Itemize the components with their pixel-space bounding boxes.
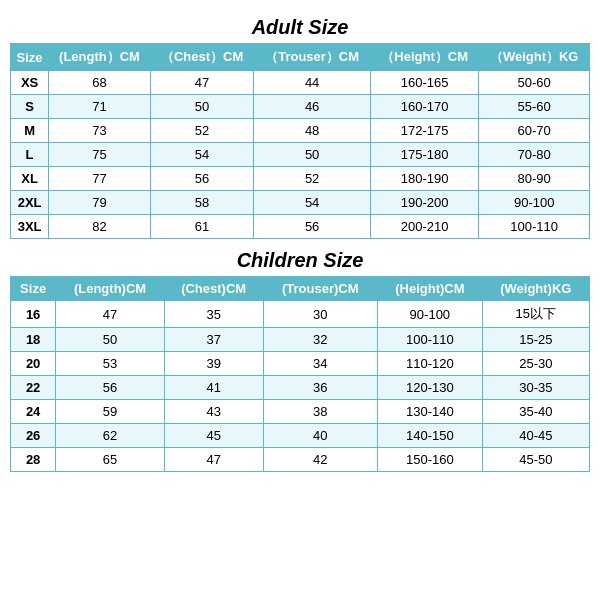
table-cell: 53 — [56, 352, 165, 376]
table-cell: 52 — [254, 167, 371, 191]
table-cell: 20 — [11, 352, 56, 376]
children-table-header: Size(Length)CM(Chest)CM(Trouser)CM(Heigh… — [11, 277, 590, 301]
table-row: M735248172-17560-70 — [11, 119, 590, 143]
table-cell: 40-45 — [482, 424, 589, 448]
table-cell: 50 — [56, 328, 165, 352]
table-cell: 100-110 — [378, 328, 483, 352]
table-cell: 73 — [49, 119, 151, 143]
children-header-cell: (Length)CM — [56, 277, 165, 301]
table-cell: 58 — [150, 191, 253, 215]
table-cell: L — [11, 143, 49, 167]
adult-table-header: Size(Length）CM（Chest）CM（Trouser）CM（Heigh… — [11, 44, 590, 71]
table-cell: 56 — [254, 215, 371, 239]
table-row: L755450175-18070-80 — [11, 143, 590, 167]
table-cell: 130-140 — [378, 400, 483, 424]
table-cell: 70-80 — [479, 143, 590, 167]
table-row: 24594338130-14035-40 — [11, 400, 590, 424]
table-cell: M — [11, 119, 49, 143]
adult-table-body: XS684744160-16550-60S715046160-17055-60M… — [11, 71, 590, 239]
children-header-cell: (Chest)CM — [164, 277, 263, 301]
table-row: 20533934110-12025-30 — [11, 352, 590, 376]
table-cell: 110-120 — [378, 352, 483, 376]
table-cell: 44 — [254, 71, 371, 95]
table-cell: 32 — [263, 328, 378, 352]
table-cell: 90-100 — [378, 301, 483, 328]
table-cell: 61 — [150, 215, 253, 239]
adult-header-row: Size(Length）CM（Chest）CM（Trouser）CM（Heigh… — [11, 44, 590, 71]
table-cell: 82 — [49, 215, 151, 239]
table-cell: 40 — [263, 424, 378, 448]
children-header-cell: (Weight)KG — [482, 277, 589, 301]
table-cell: 25-30 — [482, 352, 589, 376]
table-cell: 41 — [164, 376, 263, 400]
table-row: 22564136120-13030-35 — [11, 376, 590, 400]
table-cell: 77 — [49, 167, 151, 191]
table-cell: 16 — [11, 301, 56, 328]
table-row: XS684744160-16550-60 — [11, 71, 590, 95]
children-size-title: Children Size — [10, 243, 590, 276]
table-cell: 120-130 — [378, 376, 483, 400]
table-row: 28654742150-16045-50 — [11, 448, 590, 472]
table-cell: 55-60 — [479, 95, 590, 119]
table-cell: 30-35 — [482, 376, 589, 400]
table-cell: 71 — [49, 95, 151, 119]
table-cell: 90-100 — [479, 191, 590, 215]
table-row: XL775652180-19080-90 — [11, 167, 590, 191]
table-cell: 35-40 — [482, 400, 589, 424]
table-cell: 160-165 — [370, 71, 478, 95]
adult-header-cell: (Length）CM — [49, 44, 151, 71]
table-row: 2XL795854190-20090-100 — [11, 191, 590, 215]
table-cell: 60-70 — [479, 119, 590, 143]
adult-header-cell: （Trouser）CM — [254, 44, 371, 71]
table-cell: 65 — [56, 448, 165, 472]
table-cell: 75 — [49, 143, 151, 167]
table-cell: 54 — [254, 191, 371, 215]
table-cell: 24 — [11, 400, 56, 424]
table-cell: 150-160 — [378, 448, 483, 472]
table-cell: 30 — [263, 301, 378, 328]
table-row: 1647353090-10015以下 — [11, 301, 590, 328]
table-cell: 50 — [254, 143, 371, 167]
table-cell: 43 — [164, 400, 263, 424]
children-size-table: Size(Length)CM(Chest)CM(Trouser)CM(Heigh… — [10, 276, 590, 472]
table-cell: 175-180 — [370, 143, 478, 167]
table-row: 3XL826156200-210100-110 — [11, 215, 590, 239]
table-cell: 56 — [56, 376, 165, 400]
table-cell: 36 — [263, 376, 378, 400]
table-cell: 2XL — [11, 191, 49, 215]
table-cell: 22 — [11, 376, 56, 400]
table-cell: 42 — [263, 448, 378, 472]
table-cell: 50-60 — [479, 71, 590, 95]
table-cell: 50 — [150, 95, 253, 119]
size-chart-container: Adult Size Size(Length）CM（Chest）CM（Trous… — [10, 10, 590, 476]
table-cell: 52 — [150, 119, 253, 143]
table-cell: 140-150 — [378, 424, 483, 448]
table-cell: 100-110 — [479, 215, 590, 239]
adult-size-table: Size(Length）CM（Chest）CM（Trouser）CM（Heigh… — [10, 43, 590, 239]
table-cell: 3XL — [11, 215, 49, 239]
adult-header-cell: Size — [11, 44, 49, 71]
children-header-cell: Size — [11, 277, 56, 301]
table-cell: S — [11, 95, 49, 119]
table-cell: XL — [11, 167, 49, 191]
table-cell: 39 — [164, 352, 263, 376]
table-cell: 28 — [11, 448, 56, 472]
table-row: 18503732100-11015-25 — [11, 328, 590, 352]
table-cell: 180-190 — [370, 167, 478, 191]
table-cell: 47 — [150, 71, 253, 95]
table-cell: 46 — [254, 95, 371, 119]
table-cell: 190-200 — [370, 191, 478, 215]
table-cell: 54 — [150, 143, 253, 167]
table-cell: 160-170 — [370, 95, 478, 119]
table-cell: 35 — [164, 301, 263, 328]
adult-size-title: Adult Size — [10, 10, 590, 43]
table-cell: 80-90 — [479, 167, 590, 191]
table-cell: 26 — [11, 424, 56, 448]
table-cell: 59 — [56, 400, 165, 424]
children-header-cell: (Trouser)CM — [263, 277, 378, 301]
children-table-body: 1647353090-10015以下18503732100-11015-2520… — [11, 301, 590, 472]
table-cell: 45 — [164, 424, 263, 448]
table-cell: 38 — [263, 400, 378, 424]
children-header-row: Size(Length)CM(Chest)CM(Trouser)CM(Heigh… — [11, 277, 590, 301]
table-cell: 45-50 — [482, 448, 589, 472]
